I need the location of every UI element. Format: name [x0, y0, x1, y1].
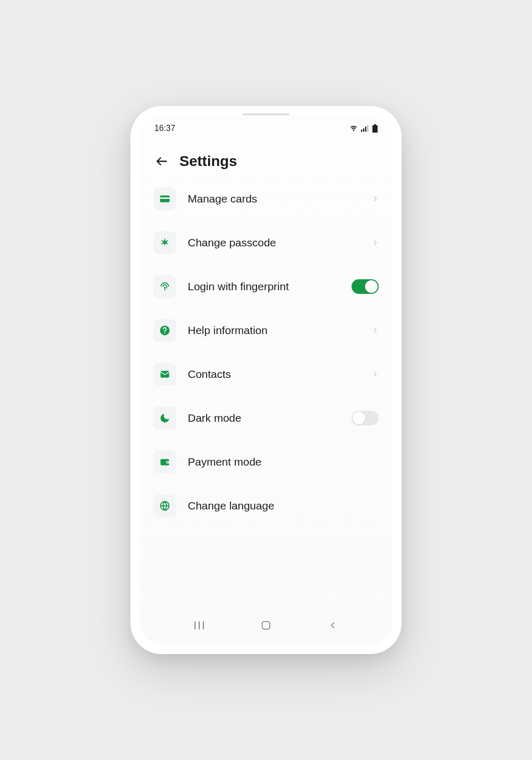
status-icons: [349, 124, 378, 133]
svg-rect-4: [374, 124, 376, 125]
svg-point-14: [167, 461, 168, 462]
setting-label: Contacts: [188, 368, 360, 381]
dark-mode-toggle[interactable]: [352, 411, 379, 425]
svg-rect-11: [161, 371, 170, 378]
chevron-left-icon: [329, 621, 337, 630]
wallet-icon: [153, 450, 176, 473]
header: Settings: [140, 137, 392, 180]
mail-icon: [153, 363, 176, 386]
asterisk-icon: [153, 231, 176, 254]
chevron-right-icon: [371, 239, 379, 246]
svg-rect-8: [160, 197, 170, 199]
setting-dark-mode[interactable]: Dark mode: [149, 406, 383, 431]
setting-change-language[interactable]: Change language: [149, 493, 383, 518]
recents-button[interactable]: [189, 618, 210, 633]
setting-payment-mode[interactable]: Payment mode: [149, 449, 383, 474]
setting-contacts[interactable]: Contacts: [149, 362, 383, 387]
status-time: 16:37: [154, 124, 175, 133]
back-nav-button[interactable]: [322, 618, 343, 633]
signal-icon: [361, 125, 369, 132]
setting-label: Payment mode: [188, 456, 379, 468]
toggle-knob: [365, 280, 378, 293]
setting-manage-cards[interactable]: Manage cards: [149, 186, 383, 211]
status-bar: 16:37: [140, 115, 392, 137]
svg-rect-0: [361, 129, 362, 132]
setting-label: Help information: [188, 324, 360, 337]
toggle-knob: [353, 412, 365, 424]
setting-label: Change language: [188, 500, 379, 512]
setting-fingerprint[interactable]: Login with fingerprint: [149, 274, 383, 299]
svg-rect-20: [262, 622, 270, 630]
page-title: Settings: [179, 153, 237, 170]
svg-rect-3: [367, 125, 368, 132]
setting-label: Change passcode: [188, 236, 360, 249]
chevron-right-icon: [371, 327, 379, 334]
svg-rect-1: [363, 128, 364, 132]
home-button[interactable]: [256, 618, 276, 633]
help-icon: [153, 319, 176, 342]
svg-rect-2: [365, 127, 366, 132]
svg-rect-5: [372, 125, 378, 133]
settings-list: Manage cards Change passcode: [140, 180, 392, 607]
battery-icon: [372, 124, 378, 133]
phone-screen: 16:37 Settings: [140, 115, 392, 645]
moon-icon: [153, 407, 176, 430]
fingerprint-icon: [153, 275, 176, 298]
wifi-icon: [349, 125, 358, 132]
back-button[interactable]: [154, 154, 169, 169]
card-icon: [153, 187, 176, 210]
svg-point-10: [164, 332, 165, 334]
chevron-right-icon: [371, 195, 379, 203]
chevron-right-icon: [371, 371, 379, 378]
setting-label: Dark mode: [188, 412, 340, 424]
android-nav-bar: [140, 607, 392, 645]
globe-icon: [153, 494, 176, 517]
arrow-left-icon: [155, 155, 168, 168]
phone-frame: 16:37 Settings: [130, 106, 402, 654]
setting-label: Manage cards: [188, 193, 360, 205]
setting-help[interactable]: Help information: [149, 318, 383, 343]
fingerprint-toggle[interactable]: [352, 279, 379, 294]
recents-icon: [194, 621, 205, 630]
setting-label: Login with fingerprint: [188, 280, 340, 293]
home-icon: [260, 620, 272, 631]
setting-change-passcode[interactable]: Change passcode: [149, 230, 383, 255]
